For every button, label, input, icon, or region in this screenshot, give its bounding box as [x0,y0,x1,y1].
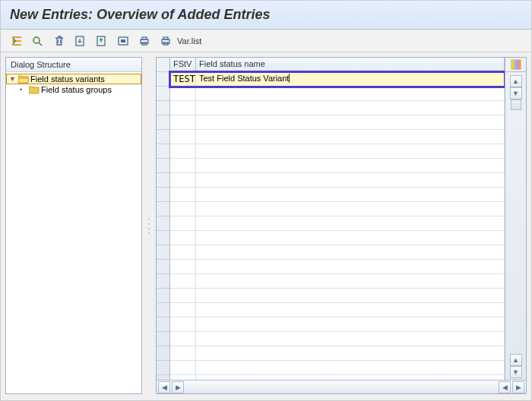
cell-fstv[interactable] [170,101,196,115]
row-selector[interactable] [157,159,169,173]
scroll-down-icon[interactable]: ▼ [510,87,522,99]
cell-fstv[interactable] [170,245,196,259]
table-row[interactable] [170,202,505,216]
cell-name[interactable] [196,87,505,100]
cell-name[interactable] [196,303,505,317]
cell-name[interactable] [196,216,505,230]
table-row[interactable] [170,245,505,260]
cell-fstv[interactable] [170,115,196,129]
cell-fstv[interactable] [170,289,196,302]
cell-name[interactable] [196,231,505,245]
row-selector[interactable] [157,361,169,375]
cell-name[interactable] [196,245,505,259]
table-row[interactable] [170,260,505,274]
row-selector[interactable] [157,317,169,332]
scroll-up2-icon[interactable]: ▲ [510,354,522,366]
row-selector[interactable] [157,115,169,130]
cell-fstv[interactable] [170,188,196,201]
row-selector[interactable] [157,216,169,231]
cell-fstv[interactable] [170,274,196,288]
cell-fstv[interactable] [170,173,196,187]
scroll-left-icon[interactable]: ◀ [158,381,170,393]
cell-fstv[interactable] [170,87,196,100]
row-selector[interactable] [157,101,169,115]
row-selector[interactable] [157,260,169,274]
cell-name[interactable] [196,101,505,115]
row-selector[interactable] [157,173,169,188]
col-header-fstv[interactable]: FStV [170,58,196,71]
table-row[interactable] [170,101,505,115]
cell-name[interactable] [196,159,505,172]
save-icon[interactable] [72,33,89,49]
table-row[interactable] [170,144,505,159]
tree-item-field-status-variants[interactable]: ▼ Field status variants [6,74,141,84]
splitter-handle[interactable]: ●●●● [147,57,151,394]
table-row[interactable] [170,130,505,144]
cell-name[interactable] [196,317,505,331]
cell-name[interactable] [196,332,505,346]
collapse-icon[interactable]: ▼ [9,75,17,83]
delete-icon[interactable] [51,33,68,49]
varlist-label[interactable]: Var.list [177,36,201,46]
cell-fstv[interactable] [170,159,196,172]
row-selector[interactable] [157,289,169,303]
table-row[interactable] [170,332,505,346]
cell-fstv[interactable] [170,231,196,245]
table-row[interactable] [170,173,505,188]
select-all-icon[interactable] [93,33,110,49]
row-selector[interactable] [157,346,169,361]
scroll-right-icon[interactable]: ▶ [172,381,184,393]
table-row[interactable] [170,303,505,317]
cell-name[interactable] [196,188,505,201]
col-header-name[interactable]: Field status name [196,58,505,71]
horizontal-scrollbar[interactable]: ◀ ▶ ◀ ▶ [157,380,526,393]
cell-name[interactable] [196,289,505,302]
cell-fstv[interactable] [170,130,196,144]
row-selector[interactable] [157,303,169,317]
table-row[interactable] [170,159,505,173]
scroll-up-icon[interactable]: ▲ [510,75,522,87]
toggle-view-icon[interactable] [8,33,25,49]
row-selector[interactable] [157,245,169,260]
table-row[interactable] [170,346,505,361]
table-row[interactable] [170,317,505,332]
table-row[interactable] [170,216,505,231]
cell-fstv[interactable] [170,202,196,216]
cell-fstv[interactable] [170,346,196,360]
cell-name[interactable] [196,115,505,129]
scroll-right2-icon[interactable]: ▶ [512,381,524,393]
row-selector[interactable] [157,144,169,159]
print-varlist-icon[interactable] [157,33,174,49]
cell-fstv[interactable] [170,144,196,158]
row-selector[interactable] [157,130,169,144]
table-row[interactable]: TEST Test Field Status Variant​ [170,72,505,87]
tree-item-field-status-groups[interactable]: • Field status groups [6,84,141,95]
cell-name[interactable] [196,144,505,158]
cell-fstv[interactable]: TEST [170,72,196,86]
find-icon[interactable] [30,33,46,49]
cell-fstv[interactable] [170,361,196,374]
print-icon[interactable] [136,33,153,49]
cell-name[interactable] [196,361,505,374]
table-row[interactable] [170,231,505,245]
row-selector[interactable] [157,202,169,216]
row-selector[interactable] [157,332,169,346]
row-selector[interactable] [157,87,169,101]
cell-fstv[interactable] [170,216,196,230]
select-block-icon[interactable] [115,33,131,49]
cell-name[interactable]: Test Field Status Variant​ [196,72,505,86]
cell-fstv[interactable] [170,317,196,331]
scroll-thumb[interactable] [511,99,521,110]
cell-name[interactable] [196,274,505,288]
scroll-down2-icon[interactable]: ▼ [510,366,522,378]
table-row[interactable] [170,115,505,130]
table-row[interactable] [170,188,505,202]
row-selector[interactable] [157,188,169,202]
vertical-scrollbar[interactable]: ▲ ▼ ▲ ▼ [509,74,523,380]
cell-name[interactable] [196,346,505,360]
table-row[interactable] [170,289,505,303]
cell-name[interactable] [196,260,505,273]
cell-fstv[interactable] [170,332,196,346]
cell-name[interactable] [196,173,505,187]
cell-fstv[interactable] [170,303,196,317]
